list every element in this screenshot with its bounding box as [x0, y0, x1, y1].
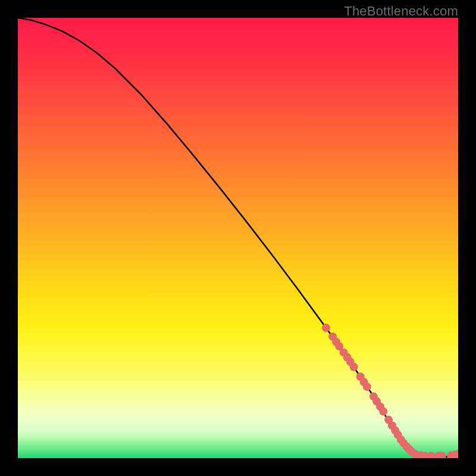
data-point [379, 408, 387, 416]
watermark-text: TheBottleneck.com [344, 4, 458, 19]
data-point [350, 363, 358, 371]
data-point [322, 324, 330, 332]
curve-line [18, 18, 458, 457]
data-point [427, 452, 435, 458]
data-point [363, 383, 371, 391]
chart-overlay [18, 18, 458, 458]
plot-area [18, 18, 458, 458]
chart-stage: TheBottleneck.com [0, 0, 476, 476]
dots-series [322, 324, 458, 458]
